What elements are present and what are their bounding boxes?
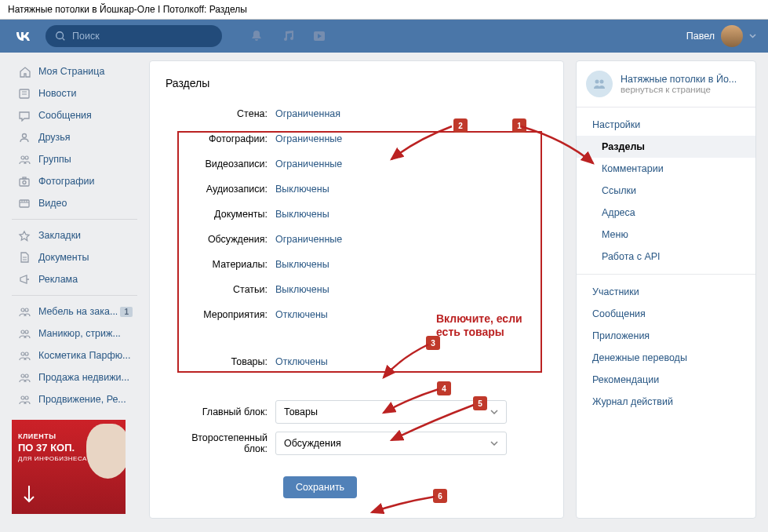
right-menu-item[interactable]: Сообщения	[577, 303, 755, 325]
nav-group[interactable]: Продажа недвижи...	[12, 366, 137, 388]
svg-point-20	[25, 308, 28, 312]
search-box[interactable]	[45, 25, 222, 47]
right-menu-item[interactable]: Работа с API	[577, 246, 755, 268]
nav-label: Фотографии	[38, 176, 94, 187]
svg-rect-11	[23, 177, 26, 179]
setting-value[interactable]: Ограниченная	[275, 108, 340, 119]
setting-value[interactable]: Ограниченные	[275, 133, 342, 144]
main-block-dropdown[interactable]: Товары	[275, 400, 507, 424]
page-title: Разделы	[166, 77, 548, 89]
group-icon	[16, 304, 32, 319]
setting-label: Фотографии:	[166, 133, 275, 144]
nav-bookmarks[interactable]: Закладки	[12, 224, 137, 246]
setting-label: Мероприятия:	[166, 309, 275, 320]
nav-groups[interactable]: Группы	[12, 148, 137, 170]
play-icon[interactable]	[312, 29, 326, 43]
nav-label: Маникюр, стриж...	[38, 328, 121, 339]
secondary-block: Второстепенный блок:Обсуждения	[166, 428, 548, 459]
right-menu-item[interactable]: Журнал действий	[577, 391, 755, 413]
ads-icon	[16, 271, 32, 287]
secondary-block-dropdown[interactable]: Обсуждения	[275, 432, 507, 455]
ad-banner[interactable]: КЛИЕНТЫПО 37 КОП.ДЛЯ ИНФОБИЗНЕСА	[12, 420, 126, 514]
video-icon	[16, 195, 32, 211]
setting-row: Статьи:Выключены	[166, 277, 548, 302]
right-menu-item[interactable]: Меню	[577, 224, 755, 246]
save-button[interactable]: Сохранить	[283, 476, 357, 498]
browser-tab-title: Натяжные потолки в Йошкар-Оле I Потолкоf…	[0, 0, 768, 20]
search-icon	[55, 31, 66, 42]
right-menu-item[interactable]: Адреса	[577, 202, 755, 224]
nav-label: Закладки	[38, 230, 81, 241]
setting-value[interactable]: Отключены	[275, 356, 328, 367]
right-menu-item[interactable]: Настройки	[577, 114, 755, 136]
nav-group[interactable]: Маникюр, стриж...	[12, 322, 137, 344]
nav-label: Друзья	[38, 132, 71, 143]
nav-ads[interactable]: Реклама	[12, 268, 137, 290]
nav-photos[interactable]: Фотографии	[12, 170, 137, 192]
right-menu-item[interactable]: Денежные переводы	[577, 347, 755, 369]
right-menu-item[interactable]: Разделы	[577, 136, 755, 158]
nav-docs[interactable]: Документы	[12, 246, 137, 268]
nav-group[interactable]: Косметика Парфю...	[12, 344, 137, 366]
nav-label: Продвижение, Ре...	[38, 394, 126, 405]
music-icon[interactable]	[281, 29, 295, 43]
nav-group[interactable]: Мебель на зака...1	[12, 301, 137, 322]
vk-logo-icon[interactable]	[12, 25, 34, 47]
setting-label: Аудиозаписи:	[166, 184, 275, 195]
ad-face-image	[86, 424, 126, 479]
nav-label: Сообщения	[38, 110, 92, 121]
nav-label: Документы	[38, 252, 89, 263]
setting-row: Документы:Выключены	[166, 202, 548, 227]
setting-label: Видеозаписи:	[166, 159, 275, 169]
svg-point-30	[600, 80, 604, 84]
right-menu-item[interactable]: Ссылки	[577, 180, 755, 202]
nav-friends[interactable]: Друзья	[12, 126, 137, 148]
avatar	[721, 25, 743, 47]
user-name: Павел	[686, 31, 715, 42]
nav-messages[interactable]: Сообщения	[12, 104, 137, 126]
user-menu[interactable]: Павел	[686, 25, 756, 47]
right-panel-header[interactable]: Натяжные потолки в Йо... вернуться к стр…	[577, 61, 755, 107]
svg-point-21	[21, 330, 24, 333]
setting-value[interactable]: Отключены	[275, 309, 328, 320]
back-to-page-link[interactable]: вернуться к странице	[621, 85, 746, 94]
setting-value[interactable]: Ограниченные	[275, 159, 342, 169]
chevron-down-icon	[749, 34, 756, 38]
setting-label: Статьи:	[166, 284, 275, 295]
svg-point-7	[21, 156, 24, 159]
setting-value[interactable]: Выключены	[275, 284, 329, 295]
ad-text: КЛИЕНТЫПО 37 КОП.ДЛЯ ИНФОБИЗНЕСА	[18, 432, 87, 463]
nav-news[interactable]: Новости	[12, 82, 137, 104]
nav-video[interactable]: Видео	[12, 192, 137, 214]
svg-line-1	[63, 38, 65, 41]
group-avatar-icon	[586, 71, 613, 97]
setting-label: Материалы:	[166, 259, 275, 270]
group-icon	[16, 392, 32, 407]
svg-point-26	[25, 374, 28, 377]
setting-value[interactable]: Выключены	[275, 184, 329, 195]
setting-value[interactable]: Выключены	[275, 259, 329, 270]
nav-group[interactable]: Продвижение, Ре...	[12, 388, 137, 410]
setting-row: Аудиозаписи:Выключены	[166, 177, 548, 202]
bell-icon[interactable]	[249, 29, 264, 43]
right-menu-item[interactable]: Рекомендации	[577, 369, 755, 391]
main-panel: Разделы Стена:ОграниченнаяФотографии:Огр…	[149, 60, 564, 519]
setting-value[interactable]: Выключены	[275, 209, 329, 220]
svg-point-22	[25, 330, 28, 333]
left-nav: Моя СтраницаНовостиСообщенияДрузьяГруппы…	[12, 60, 137, 519]
nav-label: Продажа недвижи...	[38, 372, 129, 383]
nav-home[interactable]: Моя Страница	[12, 60, 137, 82]
dropdown-value: Товары	[284, 406, 318, 417]
right-menu-item[interactable]: Участники	[577, 281, 755, 303]
groups-icon	[16, 151, 32, 167]
nav-label: Группы	[38, 154, 71, 165]
setting-value[interactable]: Ограниченные	[275, 234, 342, 245]
search-input[interactable]	[72, 31, 213, 42]
right-menu-item[interactable]: Приложения	[577, 325, 755, 347]
setting-row: Мероприятия:Отключены	[166, 302, 548, 327]
setting-row: Обсуждения:Ограниченные	[166, 227, 548, 252]
right-menu-item[interactable]: Комментарии	[577, 158, 755, 180]
svg-point-27	[21, 396, 24, 399]
setting-label: Товары:	[166, 356, 275, 367]
svg-point-29	[595, 80, 599, 84]
